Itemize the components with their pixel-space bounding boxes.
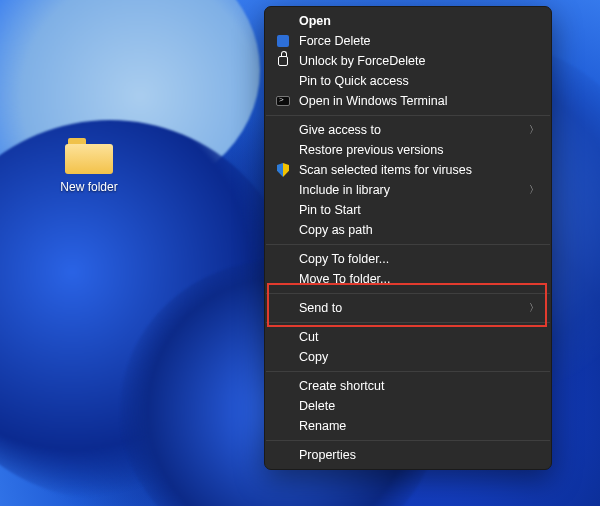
menu-restore-versions-label: Restore previous versions (299, 143, 444, 157)
menu-copy-as-path-label: Copy as path (299, 223, 373, 237)
menu-copy-label: Copy (299, 350, 328, 364)
menu-include-library-label: Include in library (299, 183, 390, 197)
menu-delete-label: Delete (299, 399, 335, 413)
menu-pin-quick-access[interactable]: Pin to Quick access (265, 71, 551, 91)
menu-properties-label: Properties (299, 448, 356, 462)
menu-give-access-label: Give access to (299, 123, 381, 137)
desktop-background[interactable]: New folder Open Force Delete Unlock by F… (0, 0, 600, 506)
context-menu: Open Force Delete Unlock by ForceDelete … (264, 6, 552, 470)
menu-create-shortcut[interactable]: Create shortcut (265, 376, 551, 396)
unlock-icon (275, 53, 291, 69)
menu-separator (266, 244, 550, 245)
menu-copy-to-folder[interactable]: Copy To folder... (265, 249, 551, 269)
menu-scan-viruses-label: Scan selected items for viruses (299, 163, 472, 177)
menu-separator (266, 322, 550, 323)
menu-restore-versions[interactable]: Restore previous versions (265, 140, 551, 160)
menu-open-terminal-label: Open in Windows Terminal (299, 94, 447, 108)
menu-create-shortcut-label: Create shortcut (299, 379, 384, 393)
menu-copy-as-path[interactable]: Copy as path (265, 220, 551, 240)
menu-cut[interactable]: Cut (265, 327, 551, 347)
menu-unlock-force-delete-label: Unlock by ForceDelete (299, 54, 425, 68)
menu-rename[interactable]: Rename (265, 416, 551, 436)
desktop-folder[interactable]: New folder (52, 138, 126, 194)
menu-force-delete-label: Force Delete (299, 34, 371, 48)
menu-delete[interactable]: Delete (265, 396, 551, 416)
menu-cut-label: Cut (299, 330, 318, 344)
menu-separator (266, 371, 550, 372)
shield-icon (275, 162, 291, 178)
chevron-right-icon: 〉 (529, 183, 539, 197)
menu-scan-viruses[interactable]: Scan selected items for viruses (265, 160, 551, 180)
menu-pin-quick-access-label: Pin to Quick access (299, 74, 409, 88)
terminal-icon (275, 93, 291, 109)
menu-include-library[interactable]: Include in library 〉 (265, 180, 551, 200)
folder-icon (65, 138, 113, 174)
force-delete-icon (275, 33, 291, 49)
menu-copy-to-folder-label: Copy To folder... (299, 252, 389, 266)
menu-send-to[interactable]: Send to 〉 (265, 298, 551, 318)
chevron-right-icon: 〉 (529, 123, 539, 137)
menu-open-label: Open (299, 14, 331, 28)
menu-move-to-folder-label: Move To folder... (299, 272, 391, 286)
menu-separator (266, 293, 550, 294)
menu-send-to-label: Send to (299, 301, 342, 315)
menu-properties[interactable]: Properties (265, 445, 551, 465)
menu-force-delete[interactable]: Force Delete (265, 31, 551, 51)
folder-label: New folder (52, 180, 126, 194)
menu-move-to-folder[interactable]: Move To folder... (265, 269, 551, 289)
menu-separator (266, 440, 550, 441)
menu-give-access[interactable]: Give access to 〉 (265, 120, 551, 140)
menu-open[interactable]: Open (265, 11, 551, 31)
chevron-right-icon: 〉 (529, 301, 539, 315)
menu-unlock-force-delete[interactable]: Unlock by ForceDelete (265, 51, 551, 71)
menu-rename-label: Rename (299, 419, 346, 433)
menu-open-terminal[interactable]: Open in Windows Terminal (265, 91, 551, 111)
menu-pin-start-label: Pin to Start (299, 203, 361, 217)
menu-pin-start[interactable]: Pin to Start (265, 200, 551, 220)
menu-copy[interactable]: Copy (265, 347, 551, 367)
menu-separator (266, 115, 550, 116)
